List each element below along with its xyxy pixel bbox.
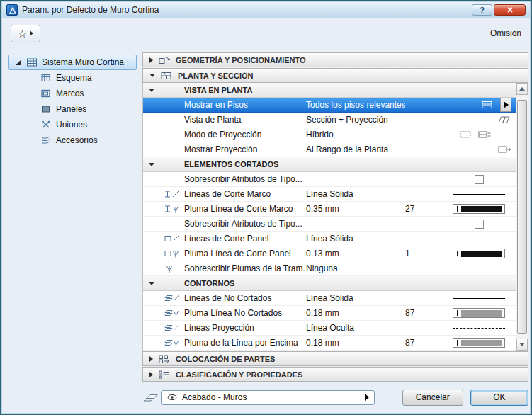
row-lineas-no-cortados[interactable]: Líneas de No Cortados Línea Sólida <box>143 291 516 306</box>
hybrid-projection-icon <box>477 130 492 140</box>
panel-cut-pen-icon <box>164 249 181 258</box>
override-attributes-checkbox[interactable] <box>475 220 484 229</box>
curtain-wall-settings-dialog: Param. por Defecto de Muro Cortina ? ☆ O… <box>0 0 532 415</box>
pen-number: 27 <box>405 204 442 214</box>
line-type-preview[interactable] <box>453 194 505 195</box>
section-title: GEOMETRÍA Y POSICIONAMIENTO <box>176 56 306 64</box>
param-value[interactable]: 0.18 mm <box>306 308 405 318</box>
scheme-grid-icon <box>40 73 52 83</box>
frame-cut-pen-icon <box>164 204 181 214</box>
row-vista-de-planta[interactable]: Vista de Planta Sección + Proyección <box>143 113 516 127</box>
pen-number: 1 <box>405 249 442 258</box>
param-value[interactable]: Todos los pisos relevantes <box>306 100 405 110</box>
titlebar[interactable]: Param. por Defecto de Muro Cortina ? <box>2 2 530 18</box>
settings-tree: Sistema Muro Cortina Esquema Marcos Pane… <box>8 55 137 148</box>
param-label: Mostrar en Pisos <box>184 100 306 110</box>
scrollbar-thumb[interactable] <box>517 100 527 334</box>
row-sobrescribir-plumas-trama[interactable]: Sobrescribir Plumas de la Tram... Ningun… <box>143 261 516 276</box>
param-label: Líneas de Corte Panel <box>184 234 306 244</box>
pen-number: 87 <box>405 338 442 348</box>
row-sobrescribir-atributos-marco[interactable]: Sobrescribir Atributos de Tipo... <box>143 172 516 187</box>
section-title: COLOCACIÓN DE PARTES <box>176 355 275 363</box>
param-label: Vista de Planta <box>184 115 306 125</box>
plan-section-icon <box>160 71 173 81</box>
param-value[interactable]: 0.35 mm <box>306 204 405 214</box>
param-value[interactable]: Línea Sólida <box>306 234 405 244</box>
vertical-scrollbar[interactable] <box>516 83 528 351</box>
param-value[interactable]: Línea Oculta <box>306 323 405 333</box>
layer-icon <box>142 392 159 403</box>
row-mostrar-en-pisos[interactable]: Mostrar en Pisos Todos los pisos relevan… <box>143 98 516 113</box>
tree-item-paneles[interactable]: Paneles <box>8 101 137 117</box>
group-expander-icon[interactable] <box>149 163 154 166</box>
ok-button[interactable]: OK <box>470 390 528 406</box>
favorites-button[interactable]: ☆ <box>11 25 40 42</box>
help-button[interactable]: ? <box>472 4 492 16</box>
row-pluma-linea-por-encima[interactable]: Pluma de la Línea por Encima 0.18 mm 87 <box>143 336 516 351</box>
line-type-preview[interactable] <box>453 298 505 299</box>
tree-item-esquema[interactable]: Esquema <box>8 70 137 86</box>
param-value[interactable]: Ninguna <box>306 263 405 273</box>
group-contornos[interactable]: CONTORNOS <box>143 276 516 291</box>
star-icon: ☆ <box>18 28 27 39</box>
fill-pen-icon <box>164 263 181 273</box>
collapsed-arrow-icon <box>149 372 153 377</box>
group-elementos-cortados[interactable]: ELEMENTOS CORTADOS <box>143 157 516 172</box>
param-label: Pluma Línea No Cortados <box>184 308 306 318</box>
pen-preview[interactable] <box>453 308 505 318</box>
tree-item-label: Sistema Muro Cortina <box>42 57 124 67</box>
section-planta-y-seccion[interactable]: PLANTA Y SECCIÓN <box>142 68 528 83</box>
flyout-arrow-icon <box>504 101 509 108</box>
row-lineas-de-corte-marco[interactable]: Líneas de Corte Marco Línea Sólida <box>143 187 516 202</box>
section-colocacion-de-partes[interactable]: COLOCACIÓN DE PARTES <box>142 351 528 366</box>
tree-expander-icon[interactable] <box>16 60 21 65</box>
tree-item-sistema-muro-cortina[interactable]: Sistema Muro Cortina <box>8 55 137 70</box>
help-icon: ? <box>480 6 485 14</box>
group-expander-icon[interactable] <box>149 89 154 92</box>
param-value[interactable]: Sección + Proyección <box>306 115 405 125</box>
pen-preview[interactable] <box>453 249 505 258</box>
override-attributes-checkbox[interactable] <box>475 175 484 184</box>
row-modo-de-proyeccion[interactable]: Modo de Proyección Híbrido <box>143 127 516 142</box>
param-value[interactable]: Línea Sólida <box>306 189 405 199</box>
row-pluma-linea-corte-panel[interactable]: Pluma Línea de Corte Panel 0.13 mm 1 <box>143 246 516 261</box>
uncut-pen-icon <box>164 308 181 318</box>
param-value[interactable]: Híbrido <box>306 130 405 140</box>
stories-flyout-button[interactable] <box>500 98 511 112</box>
tree-item-uniones[interactable]: Uniones <box>8 117 137 132</box>
group-title: VISTA EN PLANTA <box>184 86 252 94</box>
row-pluma-linea-no-cortados[interactable]: Pluma Línea No Cortados 0.18 mm 87 <box>143 306 516 321</box>
param-value[interactable]: Al Rango de la Planta <box>306 144 405 154</box>
group-expander-icon[interactable] <box>149 282 154 285</box>
combo-flyout-arrow-icon <box>365 394 369 401</box>
tree-item-accesorios[interactable]: Accesorios <box>8 132 137 148</box>
section-geometria-y-posicionamiento[interactable]: GEOMETRÍA Y POSICIONAMIENTO <box>142 52 528 67</box>
collapsed-arrow-icon <box>149 356 153 362</box>
pen-preview[interactable] <box>453 204 505 214</box>
tree-item-marcos[interactable]: Marcos <box>8 86 137 101</box>
above-line-pen-icon <box>164 338 181 348</box>
line-type-preview[interactable] <box>453 328 505 329</box>
scroll-down-button[interactable] <box>516 339 528 351</box>
layer-combo[interactable]: Acabado - Muros <box>161 390 375 405</box>
section-clasificacion-y-propiedades[interactable]: CLASIFICACIÓN Y PROPIEDADES <box>142 367 528 382</box>
row-mostrar-proyeccion[interactable]: Mostrar Proyección Al Rango de la Planta <box>143 142 516 157</box>
param-value[interactable]: 0.13 mm <box>306 249 405 258</box>
group-vista-en-planta[interactable]: VISTA EN PLANTA <box>143 83 516 98</box>
param-label: Modo de Proyección <box>184 130 306 140</box>
row-pluma-linea-corte-marco[interactable]: Pluma Línea de Corte Marco 0.35 mm 27 <box>143 202 516 217</box>
scroll-up-button[interactable] <box>516 83 528 95</box>
param-label: Pluma Línea de Corte Marco <box>184 204 306 214</box>
param-label: Líneas Proyección <box>184 323 306 333</box>
close-button[interactable] <box>494 4 526 16</box>
row-lineas-de-corte-panel[interactable]: Líneas de Corte Panel Línea Sólida <box>143 232 516 246</box>
line-type-preview[interactable] <box>453 239 505 239</box>
plan-range-icon <box>497 144 511 154</box>
frame-cut-line-icon <box>164 189 181 199</box>
row-sobrescribir-atributos-panel[interactable]: Sobrescribir Atributos de Tipo... <box>143 217 516 232</box>
pen-preview[interactable] <box>453 338 505 348</box>
param-value[interactable]: Línea Sólida <box>306 293 405 303</box>
row-lineas-proyeccion[interactable]: Líneas Proyección Línea Oculta <box>143 321 516 336</box>
cancel-button[interactable]: Cancelar <box>402 390 463 406</box>
param-value[interactable]: 0.18 mm <box>306 338 405 348</box>
